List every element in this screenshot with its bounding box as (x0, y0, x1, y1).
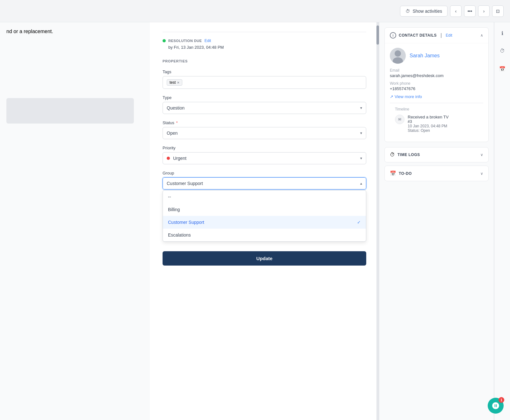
type-dropdown[interactable]: Question ▾ (163, 102, 366, 114)
phone-value: +1855747676 (390, 86, 483, 91)
external-link-icon: ↗ (390, 94, 393, 99)
resolution-section: RESOLUTION DUE Edit by Fri, 13 Jan 2023,… (163, 32, 366, 50)
scrollbar[interactable] (376, 22, 379, 420)
priority-dropdown-arrow: ▾ (360, 156, 362, 160)
status-dot (163, 39, 166, 42)
divider (390, 103, 483, 103)
group-option-blank[interactable]: -- (163, 190, 366, 203)
resolution-edit-link[interactable]: Edit (204, 39, 211, 43)
more-button[interactable]: ••• (464, 5, 476, 17)
resolution-header: RESOLUTION DUE Edit (163, 39, 366, 43)
selected-checkmark: ✓ (357, 220, 361, 225)
time-logs-title: TIME LOGS (397, 153, 420, 157)
freshdesk-icon (492, 402, 500, 410)
type-value: Question (167, 105, 185, 110)
group-label: Group (163, 171, 366, 175)
group-dropdown[interactable]: Customer Support ▴ (163, 177, 366, 189)
group-field: Group Customer Support ▴ -- Billing Cust… (163, 171, 366, 242)
priority-dropdown[interactable]: Urgent ▾ (163, 152, 366, 164)
notification-badge[interactable]: 1 (488, 398, 504, 414)
tags-input[interactable]: test ✕ (163, 76, 366, 89)
main-content: RESOLUTION DUE Edit by Fri, 13 Jan 2023,… (0, 22, 510, 420)
notification-badge-count: 1 (499, 397, 504, 403)
info-side-icon[interactable]: ℹ (497, 27, 508, 39)
properties-title: PROPERTIES (163, 59, 366, 63)
todo-header[interactable]: 📅 TO-DO ∨ (385, 166, 488, 181)
collapse-icon: ⊡ (496, 9, 500, 14)
timeline-date: 10 Jan 2023, 04:48 PM (408, 124, 448, 128)
tag-item: test ✕ (167, 79, 182, 86)
type-dropdown-arrow: ▾ (360, 106, 362, 110)
status-dropdown[interactable]: Open ▾ (163, 127, 366, 139)
type-field: Type Question ▾ (163, 95, 366, 114)
type-label: Type (163, 95, 366, 100)
activity-icon: ⏱ (405, 9, 410, 14)
email-value: sarah.james@freshdesk.com (390, 73, 483, 78)
email-field: Email sarah.james@freshdesk.com (390, 68, 483, 78)
todo-section: 📅 TO-DO ∨ (384, 166, 489, 181)
timeline-status: Status: Open (408, 128, 448, 133)
tag-close-icon[interactable]: ✕ (177, 81, 179, 84)
next-icon: › (483, 9, 485, 14)
tags-label: Tags (163, 69, 366, 74)
right-panel: i CONTACT DETAILS | Edit ∧ (379, 22, 494, 420)
group-option-billing[interactable]: Billing (163, 203, 366, 216)
contact-name[interactable]: Sarah James (410, 53, 440, 59)
time-logs-section: ⏱ TIME LOGS ∨ (384, 147, 489, 162)
scrollbar-thumb[interactable] (376, 25, 379, 45)
svg-point-1 (395, 50, 401, 57)
phone-field: Work phone +1855747676 (390, 81, 483, 91)
time-logs-header-left: ⏱ TIME LOGS (390, 152, 420, 158)
group-dropdown-arrow: ▴ (360, 181, 362, 186)
contact-info: Sarah James Email sarah.james@freshdesk.… (385, 43, 488, 142)
status-label: Status * (163, 120, 366, 125)
tag-text: test (170, 80, 176, 85)
title-separator: | (441, 32, 442, 38)
more-icon: ••• (468, 9, 472, 14)
card-header-left: i CONTACT DETAILS | Edit (390, 32, 452, 39)
status-dropdown-arrow: ▾ (360, 131, 362, 135)
show-activities-button[interactable]: ⏱ Show activities (400, 6, 448, 17)
collapse-button[interactable]: ⊡ (492, 5, 504, 17)
top-bar: ⏱ Show activities ‹ ••• › ⊡ (0, 0, 510, 22)
group-option-escalations[interactable]: Escalations (163, 229, 366, 241)
todo-title: TO-DO (399, 171, 412, 176)
todo-icon: 📅 (390, 170, 396, 176)
group-dropdown-menu: -- Billing Customer Support ✓ Escalation… (163, 190, 366, 242)
tags-field: Tags test ✕ (163, 69, 366, 89)
priority-field: Priority Urgent ▾ (163, 146, 366, 164)
timeline-id: #3 (408, 119, 448, 124)
next-button[interactable]: › (478, 5, 490, 17)
update-button[interactable]: Update (163, 251, 366, 266)
status-value: Open (167, 131, 178, 136)
phone-label: Work phone (390, 81, 483, 86)
timeline-label: Timeline (395, 107, 478, 111)
email-label: Email (390, 68, 483, 73)
contact-collapse-icon[interactable]: ∧ (480, 33, 483, 38)
timeline-envelope-icon: ✉ (395, 115, 404, 124)
view-more-label: View more info (395, 94, 422, 99)
info-icon: i (390, 32, 396, 39)
side-icons-panel: ℹ ⏱ 📅 (494, 22, 510, 420)
timeline-title: Received a broken TV (408, 115, 448, 119)
calendar-side-icon[interactable]: 📅 (497, 63, 508, 75)
status-field: Status * Open ▾ (163, 120, 366, 139)
timeline-section: Timeline ✉ Received a broken TV #3 10 Ja… (390, 107, 483, 137)
contact-edit-link[interactable]: Edit (446, 33, 452, 38)
timeline-item: ✉ Received a broken TV #3 10 Jan 2023, 0… (395, 115, 478, 133)
time-logs-header[interactable]: ⏱ TIME LOGS ∨ (385, 147, 488, 162)
priority-dot (167, 157, 170, 160)
required-indicator: * (176, 120, 178, 125)
time-logs-icon: ⏱ (390, 152, 395, 158)
properties-section: PROPERTIES Tags test ✕ Type Question ▾ (163, 59, 366, 266)
group-option-customer-support[interactable]: Customer Support ✓ (163, 216, 366, 229)
timer-side-icon[interactable]: ⏱ (497, 45, 508, 57)
avatar (390, 48, 406, 64)
resolution-date: by Fri, 13 Jan 2023, 04:48 PM (168, 45, 366, 50)
timeline-content: Received a broken TV #3 10 Jan 2023, 04:… (408, 115, 448, 133)
show-activities-label: Show activities (412, 9, 442, 14)
prev-button[interactable]: ‹ (450, 5, 462, 17)
resolution-label: RESOLUTION DUE (168, 39, 202, 43)
priority-value: Urgent (167, 156, 186, 161)
view-more-link[interactable]: ↗ View more info (390, 94, 483, 99)
